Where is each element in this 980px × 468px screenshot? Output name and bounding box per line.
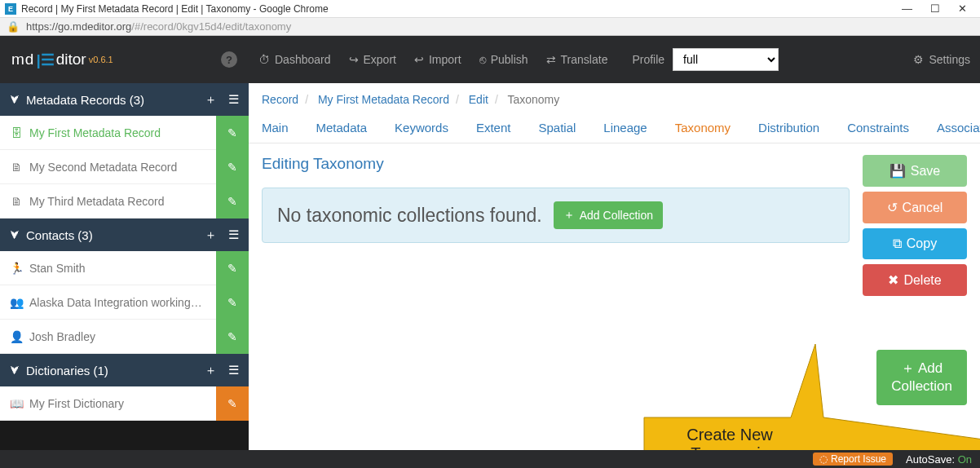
- copy-icon: ⧉: [893, 236, 902, 251]
- browser-address-bar[interactable]: 🔒 https://go.mdeditor.org/#/record/0kgv1…: [0, 18, 980, 36]
- action-column: 💾Save ↺Cancel ⧉Copy ✖Delete ＋ Add Collec…: [863, 155, 967, 439]
- edit-record-0-button[interactable]: ✎: [216, 116, 249, 150]
- main-panel: Record/ My First Metadata Record/ Edit/ …: [249, 83, 980, 450]
- nav-translate[interactable]: ⇄Translate: [546, 53, 608, 66]
- sidebar: ⮟ Metadata Records (3) ＋☰ 🗄My First Meta…: [0, 83, 249, 450]
- tab-extent[interactable]: Extent: [476, 121, 511, 135]
- pencil-icon: ✎: [227, 296, 237, 309]
- tab-keywords[interactable]: Keywords: [395, 121, 448, 135]
- url-path: /#/record/0kgv15d4/edit/taxonomy: [131, 20, 291, 33]
- pencil-icon: ✎: [227, 262, 237, 275]
- cancel-button[interactable]: ↺Cancel: [863, 192, 967, 223]
- run-icon: 🏃: [10, 262, 23, 275]
- add-record-icon[interactable]: ＋: [205, 92, 217, 108]
- book-icon: 📖: [10, 397, 23, 410]
- save-icon: 💾: [890, 163, 906, 179]
- database-icon: 🗄: [10, 126, 23, 139]
- autosave-status[interactable]: AutoSave: On: [906, 453, 972, 466]
- nav-publish[interactable]: ⎋Publish: [479, 53, 528, 66]
- edit-contact-2-button[interactable]: ✎: [216, 320, 249, 354]
- tab-associated[interactable]: Associated: [937, 121, 980, 135]
- profile-select[interactable]: full: [673, 48, 779, 71]
- bc-name[interactable]: My First Metadata Record: [318, 93, 449, 106]
- edit-record-2-button[interactable]: ✎: [216, 184, 249, 219]
- tab-main[interactable]: Main: [262, 121, 289, 135]
- sidebar-contacts-header[interactable]: ⮟ Contacts (3) ＋☰: [0, 219, 249, 251]
- nav-settings[interactable]: ⚙Settings: [913, 53, 970, 66]
- nav-dashboard[interactable]: ⏱Dashboard: [258, 53, 331, 66]
- plus-icon: ＋: [901, 360, 915, 376]
- publish-icon: ⎋: [479, 53, 486, 66]
- footer-bar: ◌Report Issue AutoSave: On: [0, 450, 980, 468]
- lock-icon: 🔒: [7, 20, 20, 33]
- delete-button[interactable]: ✖Delete: [863, 264, 967, 296]
- edit-contact-1-button[interactable]: ✎: [216, 285, 249, 320]
- nav-export[interactable]: ↪Export: [349, 53, 396, 66]
- add-collection-button[interactable]: ＋Add Collection: [554, 201, 663, 229]
- edit-record-1-button[interactable]: ✎: [216, 150, 249, 184]
- nav-import[interactable]: ↩Import: [414, 53, 461, 66]
- empty-alert: No taxonomic collections found. ＋Add Col…: [262, 188, 850, 243]
- gear-icon: ⚙: [913, 53, 924, 66]
- window-close-icon[interactable]: ✕: [958, 2, 967, 15]
- undo-icon: ↺: [887, 200, 898, 215]
- person-icon: 👤: [10, 330, 23, 343]
- sidebar-contact-2[interactable]: 👤Josh Bradley: [0, 320, 216, 354]
- help-icon[interactable]: ?: [221, 51, 237, 68]
- bc-record[interactable]: Record: [262, 93, 298, 106]
- chevron-down-icon: ⮟: [10, 94, 20, 105]
- bc-section: Taxonomy: [507, 93, 559, 106]
- save-button[interactable]: 💾Save: [863, 155, 967, 187]
- close-icon: ✖: [888, 272, 898, 288]
- file-icon: 🗎: [10, 161, 23, 174]
- profile-label: Profile: [632, 53, 664, 66]
- tab-spatial[interactable]: Spatial: [538, 121, 576, 135]
- group-icon: 👥: [10, 296, 23, 309]
- pencil-icon: ✎: [227, 195, 237, 208]
- browser-titlebar: E Record | My First Metadata Record | Ed…: [0, 0, 980, 18]
- list-records-icon[interactable]: ☰: [228, 92, 239, 108]
- browser-title-text: Record | My First Metadata Record | Edit…: [21, 3, 329, 15]
- sidebar-record-2[interactable]: 🗎My Third Metadata Record: [0, 184, 216, 219]
- add-contact-icon[interactable]: ＋: [205, 227, 217, 243]
- url-host: https://go.mdeditor.org: [26, 20, 131, 33]
- sidebar-records-header[interactable]: ⮟ Metadata Records (3) ＋☰: [0, 83, 249, 116]
- sidebar-record-0[interactable]: 🗄My First Metadata Record: [0, 116, 216, 150]
- translate-icon: ⇄: [546, 53, 556, 66]
- pencil-icon: ✎: [227, 397, 237, 410]
- tab-lineage[interactable]: Lineage: [603, 121, 647, 135]
- edit-dict-0-button[interactable]: ✎: [216, 386, 249, 421]
- tab-distribution[interactable]: Distribution: [758, 121, 819, 135]
- import-icon: ↩: [414, 53, 424, 66]
- sidebar-dicts-header[interactable]: ⮟ Dictionaries (1) ＋☰: [0, 354, 249, 386]
- brand-md: md: [11, 51, 34, 68]
- list-dicts-icon[interactable]: ☰: [228, 363, 239, 378]
- window-maximize-icon[interactable]: ☐: [930, 2, 940, 15]
- brand-version: v0.6.1: [89, 55, 113, 64]
- chevron-down-icon: ⮟: [10, 364, 20, 376]
- list-contacts-icon[interactable]: ☰: [228, 227, 239, 243]
- brand-area[interactable]: md |☰ ditor v0.6.1 ?: [0, 36, 249, 83]
- bc-edit[interactable]: Edit: [469, 93, 488, 106]
- window-minimize-icon[interactable]: —: [902, 2, 912, 15]
- main-navbar: md |☰ ditor v0.6.1 ? ⏱Dashboard ↪Export …: [0, 36, 980, 83]
- sidebar-contact-0[interactable]: 🏃Stan Smith: [0, 251, 216, 285]
- export-icon: ↪: [349, 53, 359, 66]
- report-issue-button[interactable]: ◌Report Issue: [813, 453, 893, 466]
- dashboard-icon: ⏱: [258, 53, 270, 66]
- tab-constraints[interactable]: Constraints: [847, 121, 909, 135]
- tab-metadata[interactable]: Metadata: [316, 121, 368, 135]
- edit-contact-0-button[interactable]: ✎: [216, 251, 249, 285]
- sidebar-contact-1[interactable]: 👥Alaska Data Integration working…: [0, 285, 216, 320]
- section-title: Editing Taxonomy: [262, 155, 850, 173]
- pencil-icon: ✎: [227, 161, 237, 174]
- add-dict-icon[interactable]: ＋: [205, 363, 217, 378]
- add-collection-big-button[interactable]: ＋ Add Collection: [876, 350, 967, 405]
- pencil-icon: ✎: [227, 126, 237, 139]
- breadcrumb: Record/ My First Metadata Record/ Edit/ …: [249, 83, 980, 116]
- copy-button[interactable]: ⧉Copy: [863, 228, 967, 259]
- alert-text: No taxonomic collections found.: [277, 205, 542, 227]
- sidebar-record-1[interactable]: 🗎My Second Metadata Record: [0, 150, 216, 184]
- sidebar-dict-0[interactable]: 📖My First Dictionary: [0, 386, 216, 421]
- tab-taxonomy[interactable]: Taxonomy: [675, 121, 731, 135]
